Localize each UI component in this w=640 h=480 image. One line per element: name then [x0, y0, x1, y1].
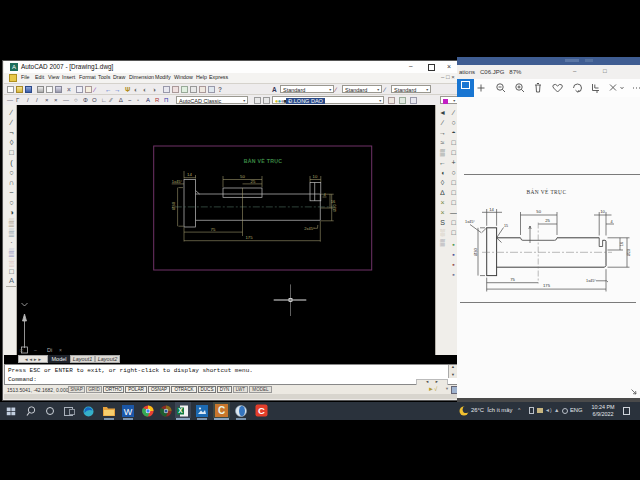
svg-text:10: 10: [600, 209, 605, 214]
svg-text:50: 50: [240, 174, 245, 179]
svg-text:Ø20: Ø20: [332, 203, 337, 211]
svg-text:1x45°: 1x45°: [172, 179, 183, 184]
svg-text:25: 25: [251, 179, 256, 184]
svg-text:75: 75: [510, 277, 515, 282]
svg-text:BẢN VẺ TRỤC: BẢN VẺ TRỤC: [244, 158, 283, 164]
svg-text:15: 15: [504, 224, 508, 228]
svg-text:50: 50: [536, 209, 541, 214]
svg-text:25: 25: [545, 218, 550, 223]
svg-text:1x45°: 1x45°: [586, 279, 596, 283]
svg-text:Ø30: Ø30: [171, 201, 176, 210]
svg-text:C: C: [218, 405, 225, 416]
svg-text:175: 175: [543, 283, 551, 288]
svg-text:Ø20: Ø20: [627, 249, 631, 256]
svg-text:W: W: [124, 407, 133, 417]
svg-text:14: 14: [187, 172, 192, 177]
svg-text:2x45°: 2x45°: [304, 226, 315, 231]
svg-text:Ø30: Ø30: [473, 247, 478, 256]
svg-text:4: 4: [610, 220, 612, 224]
svg-text:1x45°: 1x45°: [465, 220, 475, 224]
svg-text:16: 16: [331, 199, 336, 204]
svg-text:BẢN VẺ TRỤC: BẢN VẺ TRỤC: [527, 188, 567, 195]
svg-text:C: C: [258, 405, 265, 416]
svg-text:75: 75: [211, 227, 216, 232]
svg-text:14: 14: [489, 207, 494, 212]
svg-text:X: X: [178, 407, 183, 414]
svg-text:175: 175: [245, 235, 253, 240]
svg-text:16: 16: [620, 242, 624, 246]
svg-text:10: 10: [313, 174, 318, 179]
